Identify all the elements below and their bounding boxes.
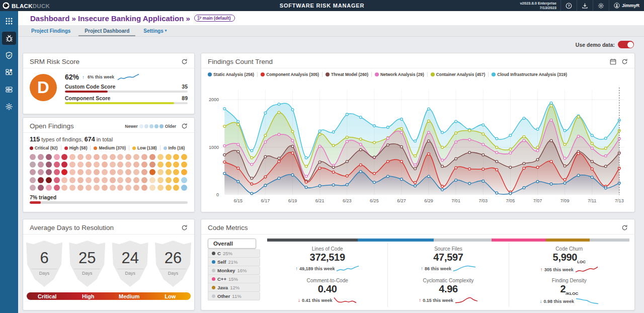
- trend-legend-item[interactable]: Static Analysis (256): [208, 72, 254, 77]
- finding-dot[interactable]: [61, 162, 67, 168]
- finding-dot[interactable]: [30, 154, 36, 160]
- finding-dot[interactable]: [166, 185, 172, 191]
- finding-dot[interactable]: [86, 154, 92, 160]
- finding-dot[interactable]: [54, 185, 60, 191]
- finding-dot[interactable]: [94, 154, 100, 160]
- language-row-other[interactable]: Other11%: [208, 292, 260, 300]
- finding-dot[interactable]: [149, 154, 155, 160]
- date-range-button[interactable]: [610, 58, 616, 65]
- finding-dot[interactable]: [94, 185, 100, 191]
- finding-dot[interactable]: [166, 177, 172, 183]
- finding-dot[interactable]: [157, 185, 164, 191]
- trend-legend-item[interactable]: Threat Model (260): [326, 72, 368, 77]
- finding-dot[interactable]: [30, 177, 36, 183]
- finding-dot[interactable]: [30, 169, 36, 175]
- finding-dot[interactable]: [181, 154, 187, 160]
- sidebar-item-modules[interactable]: [2, 66, 16, 79]
- finding-dot[interactable]: [181, 185, 187, 191]
- sidebar-item-gear[interactable]: [2, 100, 16, 113]
- tab-settings[interactable]: Settings▾: [143, 25, 167, 36]
- legend-item[interactable]: Critical (92): [30, 145, 58, 150]
- trend-legend-item[interactable]: Component Analysis (305): [261, 72, 319, 77]
- finding-dot[interactable]: [54, 177, 60, 183]
- legend-item[interactable]: Info (16): [164, 145, 185, 150]
- finding-dot[interactable]: [46, 154, 52, 160]
- finding-dot[interactable]: [117, 177, 123, 183]
- refresh-button[interactable]: [181, 58, 188, 65]
- finding-dot[interactable]: [110, 185, 116, 191]
- finding-dot[interactable]: [94, 169, 100, 175]
- user-menu[interactable]: JimmyR: [609, 0, 644, 11]
- finding-dot[interactable]: [125, 162, 131, 168]
- finding-dot[interactable]: [157, 154, 164, 160]
- finding-dot[interactable]: [125, 169, 131, 175]
- finding-dot[interactable]: [77, 162, 84, 168]
- trend-legend-item[interactable]: Container Analysis (457): [431, 72, 485, 77]
- finding-dot[interactable]: [77, 154, 84, 160]
- finding-dot[interactable]: [117, 185, 123, 191]
- branch-selector[interactable]: main (default): [194, 15, 235, 22]
- finding-dot[interactable]: [86, 162, 92, 168]
- finding-dot[interactable]: [117, 169, 123, 175]
- finding-dot[interactable]: [157, 162, 164, 168]
- finding-dot[interactable]: [86, 177, 92, 183]
- finding-dot[interactable]: [173, 177, 179, 183]
- finding-dot[interactable]: [69, 185, 75, 191]
- finding-dot[interactable]: [149, 177, 155, 183]
- finding-dot[interactable]: [133, 177, 139, 183]
- legend-item[interactable]: Low (138): [132, 145, 157, 150]
- language-row-c[interactable]: C25%: [208, 249, 260, 258]
- finding-dot[interactable]: [38, 185, 44, 191]
- help-button[interactable]: ?: [560, 0, 577, 11]
- finding-dot[interactable]: [46, 169, 52, 175]
- finding-dot[interactable]: [54, 169, 60, 175]
- finding-dot[interactable]: [157, 169, 164, 175]
- finding-dot[interactable]: [110, 177, 116, 183]
- finding-dot[interactable]: [54, 154, 60, 160]
- finding-dot[interactable]: [94, 162, 100, 168]
- language-row-java[interactable]: Java12%: [208, 283, 260, 292]
- sidebar-item-apps[interactable]: [2, 15, 16, 28]
- finding-dot[interactable]: [46, 177, 52, 183]
- refresh-button[interactable]: [621, 224, 628, 231]
- tab-project-dashboard[interactable]: Project Dashboard: [85, 25, 129, 36]
- finding-dot[interactable]: [77, 169, 84, 175]
- legend-item[interactable]: Medium (370): [94, 145, 126, 150]
- finding-dot[interactable]: [125, 177, 131, 183]
- finding-dot[interactable]: [61, 177, 67, 183]
- finding-dot[interactable]: [181, 169, 187, 175]
- finding-dot[interactable]: [30, 162, 36, 168]
- finding-dot[interactable]: [61, 185, 67, 191]
- finding-dot[interactable]: [117, 154, 123, 160]
- finding-dot[interactable]: [61, 154, 67, 160]
- language-row-self[interactable]: Self21%: [208, 258, 260, 266]
- finding-dot[interactable]: [133, 162, 139, 168]
- finding-dot[interactable]: [69, 169, 75, 175]
- finding-dot[interactable]: [173, 169, 179, 175]
- finding-dot[interactable]: [141, 185, 147, 191]
- finding-dot[interactable]: [166, 169, 172, 175]
- finding-dot[interactable]: [110, 162, 116, 168]
- finding-dot[interactable]: [102, 185, 108, 191]
- finding-dot[interactable]: [61, 169, 67, 175]
- finding-dot[interactable]: [173, 154, 179, 160]
- finding-dot[interactable]: [149, 185, 155, 191]
- finding-dot[interactable]: [86, 169, 92, 175]
- language-row-monkey[interactable]: Monkey16%: [208, 266, 260, 275]
- trend-legend-item[interactable]: Network Analysis (29): [375, 72, 424, 77]
- finding-dot[interactable]: [86, 185, 92, 191]
- finding-dot[interactable]: [133, 185, 139, 191]
- demo-data-toggle[interactable]: [618, 41, 634, 48]
- finding-dot[interactable]: [110, 169, 116, 175]
- trend-chart[interactable]: 0100020006/156/176/196/216/236/256/276/2…: [205, 85, 630, 210]
- finding-dot[interactable]: [166, 154, 172, 160]
- finding-dot[interactable]: [141, 177, 147, 183]
- finding-dot[interactable]: [149, 169, 155, 175]
- finding-dot[interactable]: [54, 162, 60, 168]
- finding-dot[interactable]: [46, 185, 52, 191]
- finding-dot[interactable]: [166, 162, 172, 168]
- finding-dot[interactable]: [110, 154, 116, 160]
- finding-dot[interactable]: [157, 177, 164, 183]
- sidebar-item-server[interactable]: [2, 83, 16, 96]
- refresh-button[interactable]: [181, 123, 188, 129]
